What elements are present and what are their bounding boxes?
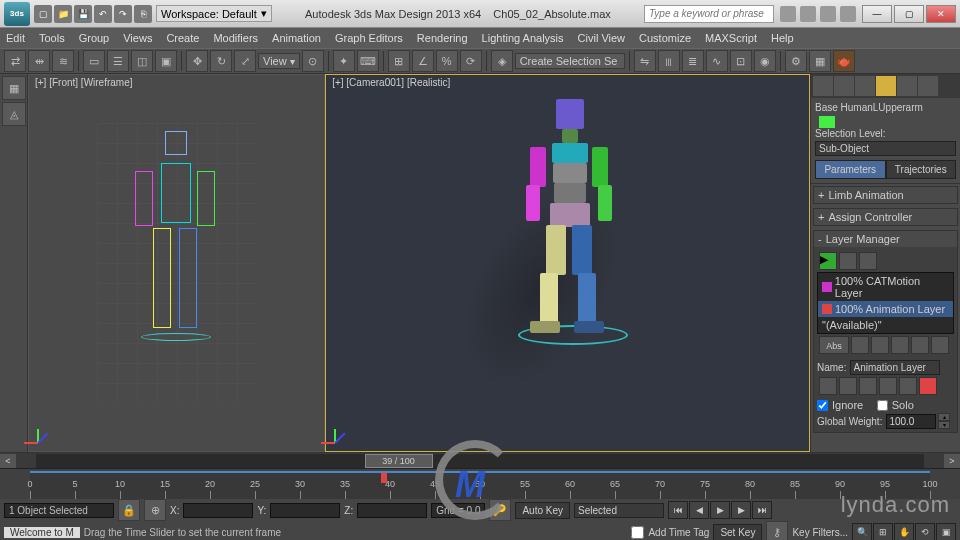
mirror-icon[interactable]: ⇋	[634, 50, 656, 72]
sub-object-dropdown[interactable]: Sub-Object	[815, 141, 956, 156]
spin-down-icon[interactable]: ▾	[938, 421, 950, 429]
layer-type-icon[interactable]	[839, 377, 857, 395]
rotate-icon[interactable]: ↻	[210, 50, 232, 72]
orbit-icon[interactable]: ⟲	[915, 523, 935, 540]
collapse-icon[interactable]	[931, 336, 949, 354]
parameters-button[interactable]: Parameters	[815, 160, 886, 179]
pivot-icon[interactable]: ⊙	[302, 50, 324, 72]
time-slider-thumb[interactable]: 39 / 100	[365, 454, 433, 468]
named-sel-icon[interactable]: ◈	[491, 50, 513, 72]
save-icon[interactable]: 💾	[74, 5, 92, 23]
copy-layer-icon[interactable]	[891, 336, 909, 354]
layer-item[interactable]: "(Available)"	[818, 317, 953, 333]
key-mode-dropdown[interactable]: Selected	[574, 503, 664, 518]
auto-key-button[interactable]: Auto Key	[515, 502, 570, 519]
schematic-icon[interactable]: ⊡	[730, 50, 752, 72]
menu-tools[interactable]: Tools	[39, 32, 65, 44]
window-cross-icon[interactable]: ▣	[155, 50, 177, 72]
y-input[interactable]	[270, 503, 340, 518]
align-icon[interactable]: ⫼	[658, 50, 680, 72]
abs-rel-icon[interactable]: ⊕	[144, 499, 166, 521]
paste-layer-icon[interactable]	[911, 336, 929, 354]
utilities-tab-icon[interactable]	[918, 76, 938, 96]
zoom-icon[interactable]: 🔍	[852, 523, 872, 540]
angle-snap-icon[interactable]: ∠	[412, 50, 434, 72]
remove-layer-icon[interactable]	[871, 336, 889, 354]
global-weight-input[interactable]	[886, 414, 936, 429]
modeling-icon[interactable]: ▦	[2, 76, 26, 100]
signin-icon[interactable]	[800, 6, 816, 22]
curve-editor-icon[interactable]: ∿	[706, 50, 728, 72]
slider-prev-icon[interactable]: <	[0, 454, 16, 468]
play-icon[interactable]: ▶	[710, 501, 730, 519]
set-key-button[interactable]: Set Key	[713, 524, 762, 541]
favorite-icon[interactable]	[820, 6, 836, 22]
app-logo-icon[interactable]: 3ds	[4, 2, 30, 26]
time-tag-checkbox[interactable]	[631, 526, 644, 539]
modify-tab-icon[interactable]	[834, 76, 854, 96]
undo-icon[interactable]: ↶	[94, 5, 112, 23]
select-name-icon[interactable]: ☰	[107, 50, 129, 72]
named-selection-dropdown[interactable]: Create Selection Se	[515, 53, 625, 69]
create-tab-icon[interactable]	[813, 76, 833, 96]
rollout-header[interactable]: +Assign Controller	[814, 209, 957, 225]
play-icon[interactable]: ▶	[819, 252, 837, 270]
trajectories-button[interactable]: Trajectories	[886, 160, 957, 179]
select-region-icon[interactable]: ◫	[131, 50, 153, 72]
spin-up-icon[interactable]: ▴	[938, 413, 950, 421]
zoom-all-icon[interactable]: ⊞	[873, 523, 893, 540]
goto-end-icon[interactable]: ⏭	[752, 501, 772, 519]
add-layer-icon[interactable]	[851, 336, 869, 354]
keyboard-icon[interactable]: ⌨	[357, 50, 379, 72]
link-icon[interactable]: ⎘	[134, 5, 152, 23]
menu-create[interactable]: Create	[166, 32, 199, 44]
help-icon[interactable]	[840, 6, 856, 22]
layers-icon[interactable]: ≣	[682, 50, 704, 72]
maximize-viewport-icon[interactable]: ▣	[936, 523, 956, 540]
minimize-button[interactable]: —	[862, 5, 892, 23]
close-button[interactable]: ✕	[926, 5, 956, 23]
welcome-tab[interactable]: Welcome to M	[4, 527, 80, 538]
layer-type-icon[interactable]	[899, 377, 917, 395]
select-link-icon[interactable]: ⇄	[4, 50, 26, 72]
unlink-icon[interactable]: ⇹	[28, 50, 50, 72]
hierarchy-tab-icon[interactable]	[855, 76, 875, 96]
viewport-label[interactable]: [+] [Camera001] [Realistic]	[332, 77, 450, 88]
layer-item[interactable]: 100% Animation Layer	[818, 301, 953, 317]
open-icon[interactable]: 📁	[54, 5, 72, 23]
layer-mode-icon[interactable]	[839, 252, 857, 270]
menu-group[interactable]: Group	[79, 32, 110, 44]
menu-maxscript[interactable]: MAXScript	[705, 32, 757, 44]
solo-checkbox[interactable]	[877, 400, 888, 411]
time-ruler[interactable]: 0510152025303540455055606570758085909510…	[0, 469, 960, 499]
move-icon[interactable]: ✥	[186, 50, 208, 72]
menu-views[interactable]: Views	[123, 32, 152, 44]
new-icon[interactable]: ▢	[34, 5, 52, 23]
render-frame-icon[interactable]: ▦	[809, 50, 831, 72]
time-slider-track[interactable]: 39 / 100	[36, 454, 924, 468]
key-icon[interactable]: 🔑	[489, 499, 511, 521]
menu-modifiers[interactable]: Modifiers	[213, 32, 258, 44]
menu-graph-editors[interactable]: Graph Editors	[335, 32, 403, 44]
goto-start-icon[interactable]: ⏮	[668, 501, 688, 519]
menu-civil-view[interactable]: Civil View	[578, 32, 625, 44]
freeform-icon[interactable]: ◬	[2, 102, 26, 126]
add-time-tag-label[interactable]: Add Time Tag	[648, 527, 709, 538]
maximize-button[interactable]: ▢	[894, 5, 924, 23]
binoculars-icon[interactable]	[780, 6, 796, 22]
menu-customize[interactable]: Customize	[639, 32, 691, 44]
slider-next-icon[interactable]: >	[944, 454, 960, 468]
x-input[interactable]	[183, 503, 253, 518]
bind-icon[interactable]: ≋	[52, 50, 74, 72]
menu-edit[interactable]: Edit	[6, 32, 25, 44]
key-filters-label[interactable]: Key Filters...	[792, 527, 848, 538]
viewport-label[interactable]: [+] [Front] [Wireframe]	[35, 77, 133, 88]
workspace-dropdown[interactable]: Workspace: Default▾	[156, 5, 272, 22]
abs-button[interactable]: Abs	[819, 336, 849, 354]
ruler-track[interactable]: 0510152025303540455055606570758085909510…	[30, 471, 930, 499]
ignore-checkbox[interactable]	[817, 400, 828, 411]
rollout-header[interactable]: -Layer Manager	[814, 231, 957, 247]
menu-rendering[interactable]: Rendering	[417, 32, 468, 44]
material-icon[interactable]: ◉	[754, 50, 776, 72]
menu-help[interactable]: Help	[771, 32, 794, 44]
